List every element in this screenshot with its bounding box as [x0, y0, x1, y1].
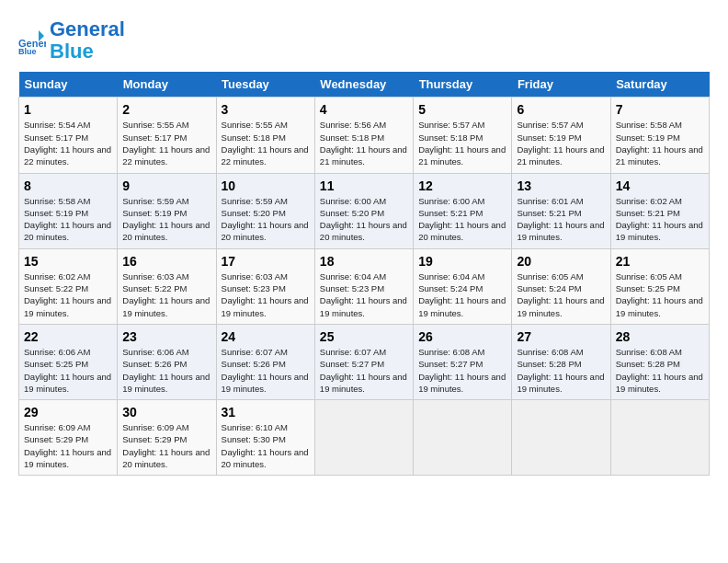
- calendar-cell: 10 Sunrise: 5:59 AM Sunset: 5:20 PM Dayl…: [216, 173, 314, 248]
- day-number: 10: [222, 178, 310, 193]
- day-number: 22: [24, 329, 112, 344]
- day-info: Sunrise: 6:02 AM Sunset: 5:22 PM Dayligh…: [24, 270, 112, 319]
- weekday-header-sunday: Sunday: [19, 72, 118, 98]
- calendar-cell: [512, 400, 610, 476]
- day-info: Sunrise: 6:01 AM Sunset: 5:21 PM Dayligh…: [517, 195, 605, 244]
- calendar-cell: [314, 400, 413, 476]
- calendar-week-1: 1 Sunrise: 5:54 AM Sunset: 5:17 PM Dayli…: [19, 98, 710, 173]
- weekday-header-thursday: Thursday: [414, 72, 512, 98]
- day-info: Sunrise: 5:58 AM Sunset: 5:19 PM Dayligh…: [24, 195, 112, 244]
- day-number: 21: [616, 254, 704, 269]
- day-info: Sunrise: 6:08 AM Sunset: 5:28 PM Dayligh…: [616, 346, 704, 395]
- day-info: Sunrise: 6:00 AM Sunset: 5:21 PM Dayligh…: [418, 195, 506, 244]
- calendar-cell: 11 Sunrise: 6:00 AM Sunset: 5:20 PM Dayl…: [314, 173, 413, 248]
- logo-text: GeneralBlue: [50, 18, 125, 63]
- day-number: 3: [222, 102, 310, 117]
- day-number: 15: [24, 254, 112, 269]
- day-number: 17: [222, 254, 310, 269]
- calendar-cell: 16 Sunrise: 6:03 AM Sunset: 5:22 PM Dayl…: [118, 248, 216, 324]
- day-number: 12: [418, 178, 506, 193]
- day-number: 5: [418, 102, 506, 117]
- weekday-header-wednesday: Wednesday: [314, 72, 413, 98]
- calendar-week-2: 8 Sunrise: 5:58 AM Sunset: 5:19 PM Dayli…: [19, 173, 710, 248]
- day-number: 11: [320, 178, 408, 193]
- day-number: 2: [122, 102, 210, 117]
- calendar-cell: 15 Sunrise: 6:02 AM Sunset: 5:22 PM Dayl…: [19, 248, 118, 324]
- day-number: 16: [122, 254, 210, 269]
- day-number: 8: [24, 178, 112, 193]
- day-info: Sunrise: 5:55 AM Sunset: 5:17 PM Dayligh…: [122, 119, 210, 167]
- calendar-cell: 27 Sunrise: 6:08 AM Sunset: 5:28 PM Dayl…: [512, 324, 610, 399]
- calendar-week-5: 29 Sunrise: 6:09 AM Sunset: 5:29 PM Dayl…: [19, 400, 710, 476]
- svg-text:Blue: Blue: [18, 47, 37, 54]
- calendar-cell: 24 Sunrise: 6:07 AM Sunset: 5:26 PM Dayl…: [216, 324, 314, 399]
- day-info: Sunrise: 6:03 AM Sunset: 5:22 PM Dayligh…: [122, 270, 210, 319]
- day-number: 1: [24, 102, 112, 117]
- day-number: 24: [222, 329, 310, 344]
- calendar-cell: 1 Sunrise: 5:54 AM Sunset: 5:17 PM Dayli…: [19, 98, 118, 173]
- day-info: Sunrise: 5:54 AM Sunset: 5:17 PM Dayligh…: [24, 119, 112, 167]
- day-number: 25: [320, 329, 408, 344]
- day-info: Sunrise: 6:02 AM Sunset: 5:21 PM Dayligh…: [616, 195, 704, 244]
- calendar-cell: 30 Sunrise: 6:09 AM Sunset: 5:29 PM Dayl…: [118, 400, 216, 476]
- day-info: Sunrise: 6:06 AM Sunset: 5:25 PM Dayligh…: [24, 346, 112, 395]
- calendar-cell: 28 Sunrise: 6:08 AM Sunset: 5:28 PM Dayl…: [610, 324, 709, 399]
- day-number: 4: [320, 102, 408, 117]
- day-number: 18: [320, 254, 408, 269]
- weekday-header-tuesday: Tuesday: [216, 72, 314, 98]
- calendar-cell: 19 Sunrise: 6:04 AM Sunset: 5:24 PM Dayl…: [414, 248, 512, 324]
- weekday-header-saturday: Saturday: [610, 72, 709, 98]
- calendar-cell: 18 Sunrise: 6:04 AM Sunset: 5:23 PM Dayl…: [314, 248, 413, 324]
- calendar-cell: 6 Sunrise: 5:57 AM Sunset: 5:19 PM Dayli…: [512, 98, 610, 173]
- day-number: 9: [122, 178, 210, 193]
- calendar-cell: [414, 400, 512, 476]
- calendar-cell: 13 Sunrise: 6:01 AM Sunset: 5:21 PM Dayl…: [512, 173, 610, 248]
- day-number: 20: [517, 254, 605, 269]
- day-info: Sunrise: 6:08 AM Sunset: 5:28 PM Dayligh…: [517, 346, 605, 395]
- calendar-cell: [610, 400, 709, 476]
- calendar-cell: 12 Sunrise: 6:00 AM Sunset: 5:21 PM Dayl…: [414, 173, 512, 248]
- calendar-cell: 17 Sunrise: 6:03 AM Sunset: 5:23 PM Dayl…: [216, 248, 314, 324]
- page-header: General Blue GeneralBlue: [18, 18, 710, 63]
- day-info: Sunrise: 6:06 AM Sunset: 5:26 PM Dayligh…: [122, 346, 210, 395]
- day-number: 14: [616, 178, 704, 193]
- day-number: 31: [222, 405, 310, 419]
- day-info: Sunrise: 6:00 AM Sunset: 5:20 PM Dayligh…: [320, 195, 408, 244]
- calendar-cell: 4 Sunrise: 5:56 AM Sunset: 5:18 PM Dayli…: [314, 98, 413, 173]
- day-number: 29: [24, 405, 112, 419]
- day-info: Sunrise: 6:07 AM Sunset: 5:27 PM Dayligh…: [320, 346, 408, 395]
- day-number: 26: [418, 329, 506, 344]
- day-info: Sunrise: 6:10 AM Sunset: 5:30 PM Dayligh…: [222, 421, 310, 470]
- calendar-cell: 29 Sunrise: 6:09 AM Sunset: 5:29 PM Dayl…: [19, 400, 118, 476]
- day-info: Sunrise: 5:57 AM Sunset: 5:18 PM Dayligh…: [418, 119, 506, 167]
- day-number: 28: [616, 329, 704, 344]
- day-number: 13: [517, 178, 605, 193]
- day-info: Sunrise: 6:03 AM Sunset: 5:23 PM Dayligh…: [222, 270, 310, 319]
- calendar-cell: 26 Sunrise: 6:08 AM Sunset: 5:27 PM Dayl…: [414, 324, 512, 399]
- day-info: Sunrise: 5:55 AM Sunset: 5:18 PM Dayligh…: [222, 119, 310, 167]
- day-info: Sunrise: 6:07 AM Sunset: 5:26 PM Dayligh…: [222, 346, 310, 395]
- day-info: Sunrise: 6:09 AM Sunset: 5:29 PM Dayligh…: [122, 421, 210, 470]
- day-number: 19: [418, 254, 506, 269]
- calendar-cell: 23 Sunrise: 6:06 AM Sunset: 5:26 PM Dayl…: [118, 324, 216, 399]
- day-number: 27: [517, 329, 605, 344]
- day-info: Sunrise: 5:56 AM Sunset: 5:18 PM Dayligh…: [320, 119, 408, 167]
- weekday-header-monday: Monday: [118, 72, 216, 98]
- day-info: Sunrise: 5:59 AM Sunset: 5:20 PM Dayligh…: [222, 195, 310, 244]
- day-info: Sunrise: 6:04 AM Sunset: 5:23 PM Dayligh…: [320, 270, 408, 319]
- calendar-cell: 3 Sunrise: 5:55 AM Sunset: 5:18 PM Dayli…: [216, 98, 314, 173]
- weekday-header-friday: Friday: [512, 72, 610, 98]
- calendar-cell: 14 Sunrise: 6:02 AM Sunset: 5:21 PM Dayl…: [610, 173, 709, 248]
- day-info: Sunrise: 6:04 AM Sunset: 5:24 PM Dayligh…: [418, 270, 506, 319]
- calendar-cell: 7 Sunrise: 5:58 AM Sunset: 5:19 PM Dayli…: [610, 98, 709, 173]
- calendar-week-3: 15 Sunrise: 6:02 AM Sunset: 5:22 PM Dayl…: [19, 248, 710, 324]
- day-info: Sunrise: 5:59 AM Sunset: 5:19 PM Dayligh…: [122, 195, 210, 244]
- calendar-table: SundayMondayTuesdayWednesdayThursdayFrid…: [18, 72, 710, 476]
- calendar-cell: 31 Sunrise: 6:10 AM Sunset: 5:30 PM Dayl…: [216, 400, 314, 476]
- calendar-cell: 20 Sunrise: 6:05 AM Sunset: 5:24 PM Dayl…: [512, 248, 610, 324]
- day-info: Sunrise: 6:09 AM Sunset: 5:29 PM Dayligh…: [24, 421, 112, 470]
- calendar-cell: 21 Sunrise: 6:05 AM Sunset: 5:25 PM Dayl…: [610, 248, 709, 324]
- calendar-cell: 8 Sunrise: 5:58 AM Sunset: 5:19 PM Dayli…: [19, 173, 118, 248]
- calendar-cell: 22 Sunrise: 6:06 AM Sunset: 5:25 PM Dayl…: [19, 324, 118, 399]
- day-number: 23: [122, 329, 210, 344]
